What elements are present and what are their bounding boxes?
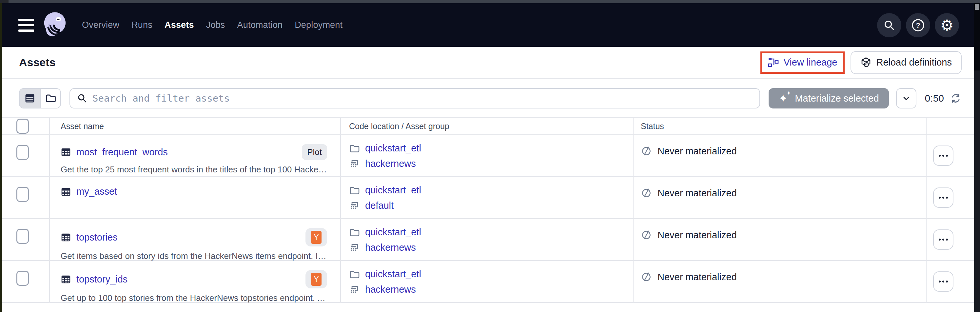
table-row: most_frequent_words Plot Get the top 25 … (2, 135, 974, 177)
gear-icon[interactable]: ⚙ (935, 13, 959, 37)
column-header-code-location: Code location / Asset group (341, 118, 633, 134)
table-row: topstory_ids Y Get up to 100 top stories… (2, 261, 974, 303)
asset-tag[interactable]: Plot (302, 144, 327, 160)
view-mode-toggle (19, 88, 61, 108)
never-materialized-icon (641, 229, 652, 240)
asset-group-icon (349, 159, 360, 169)
materialize-dropdown-button[interactable] (896, 88, 916, 108)
asset-tag-label: Plot (307, 147, 322, 157)
row-checkbox[interactable] (16, 187, 29, 202)
dagster-logo[interactable] (43, 11, 68, 39)
asset-table-icon (60, 186, 71, 197)
table-view-icon (24, 93, 35, 104)
nav-item-deployment[interactable]: Deployment (295, 20, 342, 30)
hamburger-menu-icon[interactable] (18, 19, 34, 32)
asset-table-icon (60, 147, 71, 157)
asset-tag[interactable]: Y (305, 270, 327, 288)
refresh-countdown: 0:50 (925, 93, 944, 104)
status-text: Never materialized (657, 272, 737, 282)
column-header-status: Status (633, 118, 927, 134)
select-all-checkbox[interactable] (16, 119, 29, 134)
asset-name-link[interactable]: topstories (76, 232, 118, 243)
folder-icon (349, 185, 360, 196)
asset-table-icon (60, 232, 71, 242)
folder-view-toggle-button[interactable] (40, 89, 60, 108)
page-header: Assets View lineage (2, 47, 974, 79)
row-menu-button[interactable] (933, 271, 953, 292)
page-title: Assets (19, 56, 56, 69)
view-lineage-button[interactable]: View lineage (764, 54, 842, 72)
materialize-selected-button[interactable]: ✦✦ Materialize selected (768, 88, 889, 108)
view-lineage-label: View lineage (784, 57, 837, 68)
scrollbar-thumb[interactable] (975, 4, 979, 10)
nav-item-runs[interactable]: Runs (131, 20, 153, 30)
asset-description: Get items based on story ids from the Ha… (60, 251, 327, 261)
folder-icon (349, 269, 360, 280)
never-materialized-icon (641, 271, 652, 282)
asset-group-link[interactable]: hackernews (365, 284, 416, 295)
status-text: Never materialized (657, 230, 737, 240)
reload-definitions-button[interactable]: Reload definitions (851, 51, 962, 74)
top-navbar: OverviewRunsAssetsJobsAutomationDeployme… (2, 3, 974, 47)
table-body: most_frequent_words Plot Get the top 25 … (2, 135, 974, 303)
reload-definitions-label: Reload definitions (876, 57, 952, 68)
asset-table-icon (60, 274, 71, 285)
asset-name-link[interactable]: topstory_ids (76, 274, 127, 285)
code-location-link[interactable]: quickstart_etl (365, 227, 421, 237)
asset-group-icon (349, 242, 360, 253)
asset-description: Get up to 100 top stories from the Hacke… (60, 293, 327, 303)
sparkles-icon: ✦✦ (778, 92, 789, 105)
never-materialized-icon (641, 188, 652, 199)
refresh-icon[interactable] (950, 92, 962, 104)
row-menu-button[interactable] (933, 229, 953, 250)
asset-group-icon (349, 285, 360, 295)
code-location-link[interactable]: quickstart_etl (365, 185, 421, 196)
reload-cube-icon (861, 57, 872, 68)
row-checkbox[interactable] (16, 229, 29, 244)
window-top-edge (0, 0, 980, 3)
row-menu-button[interactable] (933, 188, 953, 208)
asset-group-link[interactable]: hackernews (365, 242, 416, 253)
nav-item-jobs[interactable]: Jobs (206, 20, 225, 30)
nav-item-overview[interactable]: Overview (82, 20, 119, 30)
row-checkbox[interactable] (16, 271, 29, 286)
lineage-graph-icon (768, 57, 779, 68)
never-materialized-icon (641, 145, 652, 157)
asset-tag[interactable]: Y (305, 228, 327, 247)
asset-group-icon (349, 201, 360, 211)
column-header-asset-name: Asset name (50, 118, 341, 134)
table-header-row: Asset name Code location / Asset group S… (2, 117, 974, 135)
chevron-down-icon (902, 94, 911, 103)
folder-icon (349, 143, 360, 154)
help-icon[interactable]: ? (906, 13, 930, 37)
asset-name-link[interactable]: most_frequent_words (76, 147, 168, 158)
search-input[interactable] (92, 93, 752, 104)
hackernews-y-icon: Y (311, 231, 321, 244)
status-text: Never materialized (657, 146, 737, 157)
assets-toolbar: ✦✦ Materialize selected 0:50 (2, 79, 974, 117)
code-location-link[interactable]: quickstart_etl (365, 143, 421, 154)
primary-navigation: OverviewRunsAssetsJobsAutomationDeployme… (82, 20, 342, 30)
search-icon[interactable] (877, 13, 901, 37)
hackernews-y-icon: Y (311, 273, 321, 286)
dagster-assets-page: OverviewRunsAssetsJobsAutomationDeployme… (0, 0, 980, 312)
list-view-toggle-button[interactable] (20, 89, 40, 108)
nav-item-automation[interactable]: Automation (237, 20, 283, 30)
svg-text:?: ? (916, 21, 920, 30)
asset-name-link[interactable]: my_asset (76, 186, 117, 197)
nav-item-assets[interactable]: Assets (164, 20, 194, 30)
asset-group-link[interactable]: hackernews (365, 158, 416, 169)
table-row: topstories Y Get items based on story id… (2, 219, 974, 261)
code-location-link[interactable]: quickstart_etl (365, 269, 421, 280)
row-menu-button[interactable] (933, 145, 953, 166)
search-input-icon (77, 93, 87, 103)
folder-view-icon (45, 93, 56, 104)
assets-table: Asset name Code location / Asset group S… (2, 117, 974, 303)
view-lineage-annotation-box: View lineage (760, 51, 845, 74)
row-checkbox[interactable] (16, 145, 29, 160)
search-filter-box (70, 88, 760, 108)
status-text: Never materialized (657, 188, 737, 199)
scrollbar[interactable] (974, 3, 980, 312)
table-row: my_asset quickstart_etl (2, 177, 974, 219)
asset-group-link[interactable]: default (365, 200, 394, 211)
